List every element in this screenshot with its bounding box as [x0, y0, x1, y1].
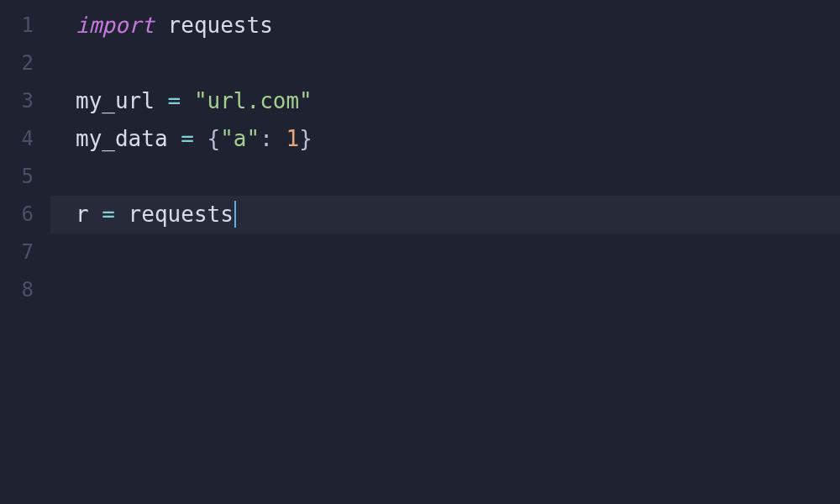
token-operator: = [181, 126, 194, 151]
line-number: 2 [0, 45, 50, 82]
text-cursor [234, 201, 236, 228]
token-identifier: r [76, 202, 102, 227]
token-number: 1 [286, 126, 299, 151]
token-keyword: import [76, 13, 155, 38]
line-number: 3 [0, 82, 50, 120]
code-line[interactable] [50, 158, 840, 196]
token-identifier: my_url [76, 88, 168, 113]
line-number-gutter: 1 2 3 4 5 6 7 8 [0, 0, 50, 504]
line-number: 1 [0, 7, 50, 45]
line-number: 8 [0, 271, 50, 309]
code-line[interactable]: my_url = "url.com" [50, 82, 840, 120]
code-line[interactable] [50, 234, 840, 271]
token-space [273, 126, 286, 151]
line-number: 7 [0, 234, 50, 271]
code-line-current[interactable]: r = requests [50, 196, 840, 234]
token-identifier: requests [155, 13, 273, 38]
token-operator: = [102, 202, 115, 227]
token-brace: } [299, 126, 312, 151]
code-line[interactable]: my_data = {"a": 1} [50, 120, 840, 158]
code-line[interactable] [50, 271, 840, 309]
token-brace: { [207, 126, 221, 151]
token-operator: = [168, 88, 181, 113]
code-line[interactable]: import requests [50, 7, 840, 45]
line-number: 6 [0, 196, 50, 234]
line-number: 4 [0, 120, 50, 158]
token-space [181, 88, 194, 113]
code-line[interactable] [50, 45, 840, 82]
code-editor[interactable]: 1 2 3 4 5 6 7 8 import requests my_url =… [0, 0, 840, 504]
line-number: 5 [0, 158, 50, 196]
token-space [194, 126, 207, 151]
token-colon: : [260, 126, 273, 151]
token-string: "url.com" [194, 88, 312, 113]
code-area[interactable]: import requests my_url = "url.com" my_da… [50, 0, 840, 504]
token-identifier: my_data [76, 126, 181, 151]
token-string: "a" [220, 126, 260, 151]
token-identifier: requests [115, 202, 234, 227]
